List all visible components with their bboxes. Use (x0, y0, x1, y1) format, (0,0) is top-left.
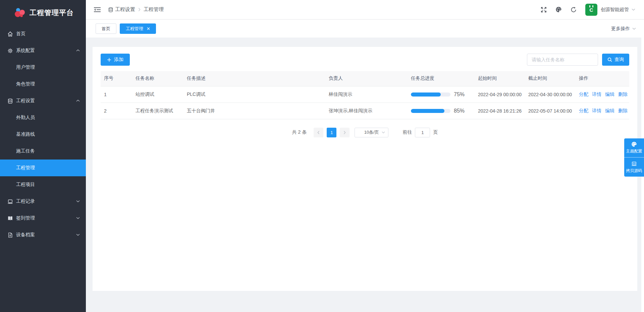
sidebar-item-label: 工程项目 (16, 182, 35, 188)
delete-link[interactable]: 删除 (618, 91, 628, 97)
sidebar-item-label: 工程管理 (16, 165, 35, 171)
page-size-select[interactable]: 10条/页 (355, 128, 388, 137)
cell-actions: 分配详情编辑删除 (576, 103, 629, 119)
sidebar-item-label: 工程设置 (16, 98, 35, 104)
chevron-down-icon (632, 27, 636, 30)
progress-bar (411, 109, 444, 113)
chevron-down-icon (382, 131, 385, 133)
col-task-desc: 任务描述 (183, 71, 325, 86)
cell-progress: 75% (408, 86, 475, 103)
home-icon (7, 31, 13, 37)
col-owner: 负责人 (325, 71, 408, 86)
file-icon (7, 232, 13, 238)
sidebar-item-label: 外勤人员 (16, 115, 35, 121)
sidebar-item-home[interactable]: 首页 (0, 25, 86, 42)
table-row: 2 工程任务演示测试 五十台阀门井 张坤演示,林佳闯演示 85% 2022-04… (101, 103, 629, 119)
chevron-down-icon[interactable] (632, 8, 635, 11)
sidebar-item-label: 施工任务 (16, 148, 35, 154)
app-title: 工程管理平台 (30, 8, 74, 17)
search-input[interactable] (527, 54, 598, 66)
page-number-button[interactable]: 1 (327, 128, 336, 137)
top-header: 工程设置 工程管理 C 创源智能超管 (86, 0, 644, 19)
search-icon (607, 57, 612, 62)
detail-link[interactable]: 详情 (592, 91, 601, 97)
cell-owner: 张坤演示,林佳闯演示 (325, 103, 408, 119)
sidebar-item-label: 工程记录 (16, 198, 35, 204)
tab-label: 首页 (102, 26, 110, 32)
sidebar-item-device-archive[interactable]: 设备档案 (0, 227, 86, 243)
sidebar-item-user-mgmt[interactable]: 用户管理 (0, 59, 86, 76)
sidebar-item-field-staff[interactable]: 外勤人员 (0, 109, 86, 126)
avatar[interactable]: C (585, 4, 597, 16)
more-actions-dropdown[interactable]: 更多操作 (611, 20, 636, 38)
sidebar-item-project-records[interactable]: 工程记录 (0, 193, 86, 210)
sidebar-item-label: 签到管理 (16, 215, 35, 221)
fullscreen-icon[interactable] (541, 7, 547, 13)
sidebar-item-project-items[interactable]: 工程项目 (0, 176, 86, 193)
sidebar-item-label: 用户管理 (16, 64, 35, 70)
sidebar-item-checkin-mgmt[interactable]: 签到管理 (0, 210, 86, 227)
refresh-icon[interactable] (571, 7, 577, 13)
sidebar-item-system-config[interactable]: 系统配置 (0, 42, 86, 59)
edit-link[interactable]: 编辑 (605, 91, 614, 97)
query-button[interactable]: 查询 (602, 54, 629, 66)
copy-source-button[interactable]: 拷贝源码 (624, 158, 644, 177)
book-icon (7, 215, 13, 221)
sidebar-item-label: 基准路线 (16, 131, 35, 137)
theme-palette-icon[interactable] (555, 6, 562, 13)
sidebar-item-project-mgmt[interactable]: 工程管理 (0, 160, 86, 176)
chevron-up-icon (76, 49, 80, 52)
col-end-time: 截止时间 (525, 71, 576, 86)
header-actions: C 创源智能超管 (532, 4, 635, 16)
cell-task-desc: PLC调试 (183, 86, 325, 103)
breadcrumb-item-settings[interactable]: 工程设置 (108, 6, 135, 13)
chevron-left-icon (317, 131, 320, 134)
svg-text:C: C (590, 7, 593, 13)
palette-icon (631, 141, 637, 147)
content-card: 添加 查询 序号 任务名称 任务描述 负责人 任务总进度 起始时间 截止时间 操 (93, 47, 637, 291)
goto-page-input[interactable] (415, 128, 430, 137)
toolbar: 添加 查询 (93, 47, 637, 66)
theme-config-button[interactable]: 主题配置 (624, 138, 644, 158)
sidebar: 工程管理平台 首页 系统配置 用户管理 角色管理 工程设置 外勤人员 基准路线 (0, 0, 86, 312)
cell-seq: 1 (101, 86, 132, 103)
detail-link[interactable]: 详情 (592, 108, 601, 113)
tab-project-mgmt[interactable]: 工程管理 (120, 23, 156, 34)
close-icon[interactable] (147, 27, 150, 30)
sidebar-collapse-icon[interactable] (94, 7, 101, 12)
table-row: 1 站控调试 PLC调试 林佳闯演示 75% 2022-04-29 00:00:… (101, 86, 629, 103)
gear-icon (7, 48, 13, 54)
sidebar-item-role-mgmt[interactable]: 角色管理 (0, 76, 86, 92)
progress-label: 85% (454, 108, 465, 114)
sidebar-item-label: 系统配置 (16, 48, 35, 54)
table-header-row: 序号 任务名称 任务描述 负责人 任务总进度 起始时间 截止时间 操作 (101, 71, 629, 86)
breadcrumb-label: 工程设置 (115, 6, 135, 13)
cell-task-name: 站控调试 (132, 86, 183, 103)
breadcrumb: 工程设置 工程管理 (108, 6, 164, 13)
pagination-goto: 前往 页 (402, 128, 438, 137)
assign-link[interactable]: 分配 (579, 91, 588, 97)
edit-link[interactable]: 编辑 (605, 108, 614, 113)
goto-suffix-label: 页 (433, 129, 438, 135)
tab-bar: 首页 工程管理 更多操作 (86, 20, 644, 38)
sidebar-item-project-settings[interactable]: 工程设置 (0, 92, 86, 109)
add-button[interactable]: 添加 (101, 54, 130, 66)
theme-config-label: 主题配置 (626, 148, 642, 154)
app-logo-icon (14, 7, 26, 19)
assign-link[interactable]: 分配 (579, 108, 588, 113)
tab-home[interactable]: 首页 (96, 23, 116, 34)
cell-task-name: 工程任务演示测试 (132, 103, 183, 119)
copy-source-label: 拷贝源码 (626, 168, 642, 174)
tab-label: 工程管理 (126, 26, 143, 32)
float-panel: 主题配置 拷贝源码 (624, 138, 644, 177)
next-page-button[interactable] (340, 128, 350, 137)
prev-page-button[interactable] (314, 128, 323, 137)
add-button-label: 添加 (114, 57, 123, 63)
breadcrumb-label: 工程管理 (144, 6, 164, 13)
progress-track (411, 92, 450, 97)
query-button-label: 查询 (614, 57, 624, 63)
sidebar-item-base-route[interactable]: 基准路线 (0, 126, 86, 143)
delete-link[interactable]: 删除 (618, 108, 628, 113)
user-name[interactable]: 创源智能超管 (601, 7, 629, 13)
sidebar-item-construction-task[interactable]: 施工任务 (0, 143, 86, 160)
